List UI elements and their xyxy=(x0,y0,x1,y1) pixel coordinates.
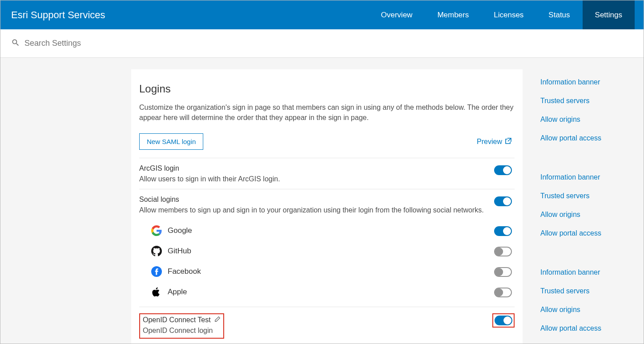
tab-settings[interactable]: Settings xyxy=(583,0,635,29)
google-label: Google xyxy=(168,226,494,235)
brand-title: Esri Support Services xyxy=(11,9,105,21)
external-link-icon xyxy=(505,137,512,146)
arcgis-login-sub: Allow users to sign in with their ArcGIS… xyxy=(139,174,485,184)
apple-label: Apple xyxy=(168,288,494,296)
github-icon xyxy=(151,245,162,257)
sidelink[interactable]: Trusted servers xyxy=(540,287,639,295)
social-logins-toggle[interactable] xyxy=(494,196,512,206)
social-item-facebook: Facebook xyxy=(139,261,515,282)
arcgis-login-title: ArcGIS login xyxy=(139,164,485,172)
sidelink[interactable]: Information banner xyxy=(540,173,639,181)
google-toggle[interactable] xyxy=(494,226,512,236)
github-label: GitHub xyxy=(168,247,494,256)
sidelink[interactable]: Information banner xyxy=(540,268,639,276)
section-social-logins: Social logins Allow members to sign up a… xyxy=(139,189,515,307)
apple-toggle[interactable] xyxy=(494,288,512,297)
search-input[interactable] xyxy=(24,39,202,48)
new-saml-login-button[interactable]: New SAML login xyxy=(139,133,203,150)
tab-status[interactable]: Status xyxy=(536,0,582,29)
tab-overview[interactable]: Overview xyxy=(369,0,425,29)
facebook-toggle[interactable] xyxy=(494,267,512,277)
github-toggle[interactable] xyxy=(494,247,512,256)
arcgis-login-toggle[interactable] xyxy=(494,165,512,175)
sidelink[interactable]: Trusted servers xyxy=(540,192,639,200)
social-logins-sub: Allow members to sign up and sign in to … xyxy=(139,205,485,215)
pencil-icon[interactable] xyxy=(214,316,221,324)
right-panel: Information banner Trusted servers Allow… xyxy=(523,69,644,344)
sidelink[interactable]: Information banner xyxy=(540,78,639,86)
tab-members[interactable]: Members xyxy=(425,0,481,29)
section-arcgis-login: ArcGIS login Allow users to sign in with… xyxy=(139,158,515,188)
sidelink[interactable]: Allow portal access xyxy=(540,134,639,142)
facebook-icon xyxy=(151,266,162,277)
sidelink[interactable]: Allow portal access xyxy=(540,324,639,332)
nav-tabs: Overview Members Licenses Status Setting… xyxy=(369,0,635,29)
facebook-label: Facebook xyxy=(168,267,494,276)
search-icon xyxy=(11,38,24,49)
section-openid: OpenID Connect Test OpenID Connect login xyxy=(139,307,515,343)
page-title: Logins xyxy=(139,83,515,95)
apple-icon xyxy=(151,286,162,298)
preview-label: Preview xyxy=(477,138,502,146)
page-description: Customize the organization's sign in pag… xyxy=(139,102,515,123)
openid-toggle[interactable] xyxy=(495,316,512,325)
top-nav: Esri Support Services Overview Members L… xyxy=(0,0,644,29)
sidelink[interactable]: Allow origins xyxy=(540,306,639,314)
content-area: Logins Customize the organization's sign… xyxy=(0,58,644,344)
main-card: Logins Customize the organization's sign… xyxy=(131,69,523,344)
left-panel xyxy=(22,69,131,344)
search-bar xyxy=(0,29,644,58)
google-icon xyxy=(151,225,162,236)
sidelink[interactable]: Trusted servers xyxy=(540,97,639,105)
social-item-apple: Apple xyxy=(139,282,515,302)
social-item-github: GitHub xyxy=(139,241,515,261)
preview-link[interactable]: Preview xyxy=(477,137,512,146)
sidelink[interactable]: Allow origins xyxy=(540,116,639,124)
tab-licenses[interactable]: Licenses xyxy=(481,0,536,29)
openid-title: OpenID Connect Test xyxy=(143,316,211,324)
social-logins-title: Social logins xyxy=(139,196,485,204)
sidelink[interactable]: Allow origins xyxy=(540,211,639,219)
sidelink[interactable]: Allow portal access xyxy=(540,229,639,237)
social-item-google: Google xyxy=(139,220,515,241)
openid-sub: OpenID Connect login xyxy=(143,326,221,336)
